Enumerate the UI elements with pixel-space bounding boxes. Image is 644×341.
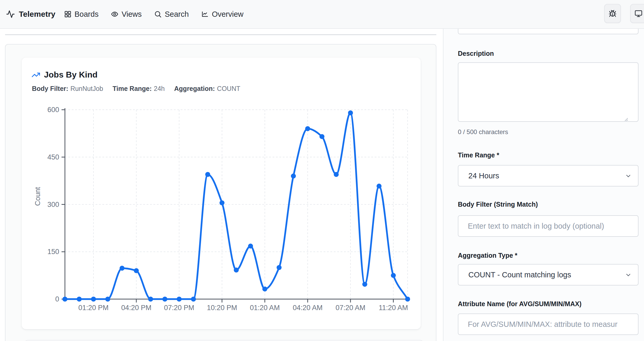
brand[interactable]: Telemetry bbox=[6, 10, 55, 19]
svg-text:0: 0 bbox=[55, 295, 59, 303]
chevron-down-icon bbox=[625, 173, 632, 179]
nav-item-label: Search bbox=[165, 10, 189, 19]
nav-item-search[interactable]: Search bbox=[154, 10, 189, 19]
aggregation-type-select[interactable]: COUNT - Count matching logs bbox=[458, 264, 639, 285]
display-button[interactable] bbox=[630, 4, 644, 23]
cutoff-field-top[interactable] bbox=[458, 29, 639, 34]
description-label: Description bbox=[458, 50, 494, 57]
top-navbar: Telemetry Boards Views Search bbox=[0, 0, 644, 29]
nav-item-label: Overview bbox=[212, 10, 243, 19]
time-range-select[interactable]: 24 Hours bbox=[458, 165, 639, 186]
bug-icon bbox=[609, 10, 617, 18]
nav-item-overview[interactable]: Overview bbox=[201, 10, 243, 19]
svg-text:11:20 AM: 11:20 AM bbox=[379, 304, 408, 312]
chart-card: Jobs By Kind Body Filter:RunNutJob Time … bbox=[22, 58, 421, 329]
attribute-name-input[interactable] bbox=[458, 314, 639, 335]
nav-item-label: Views bbox=[121, 10, 142, 19]
svg-text:450: 450 bbox=[47, 153, 59, 161]
time-range-label: Time Range * bbox=[458, 151, 499, 159]
search-icon bbox=[154, 10, 162, 18]
activity-icon bbox=[6, 10, 15, 19]
svg-text:300: 300 bbox=[47, 201, 59, 208]
svg-text:04:20 AM: 04:20 AM bbox=[293, 304, 323, 312]
dashboard-panel: Jobs By Kind Body Filter:RunNutJob Time … bbox=[5, 44, 436, 341]
aggregation-type-label: Aggregation Type * bbox=[458, 252, 517, 259]
svg-text:07:20 PM: 07:20 PM bbox=[164, 304, 195, 312]
nav-items: Boards Views Search Overview bbox=[64, 10, 243, 19]
nav-actions bbox=[604, 4, 644, 23]
chart-line-icon bbox=[201, 10, 209, 18]
brand-label: Telemetry bbox=[19, 10, 55, 19]
svg-text:07:20 AM: 07:20 AM bbox=[336, 304, 365, 312]
svg-text:Count: Count bbox=[34, 187, 42, 206]
svg-text:600: 600 bbox=[47, 106, 59, 114]
svg-text:150: 150 bbox=[47, 248, 59, 256]
layout-grid-icon bbox=[64, 10, 72, 18]
debug-button[interactable] bbox=[604, 4, 621, 23]
config-sidebar: Description 0 / 500 characters Time Rang… bbox=[443, 29, 644, 341]
description-textarea[interactable] bbox=[458, 62, 639, 122]
svg-text:01:20 PM: 01:20 PM bbox=[78, 304, 109, 312]
jobs-by-kind-line-chart: 015030045060001:20 PM04:20 PM07:20 PM10:… bbox=[22, 58, 421, 329]
time-range-value: 24 Hours bbox=[468, 172, 499, 180]
attribute-name-label: Attribute Name (for AVG/SUM/MIN/MAX) bbox=[458, 300, 581, 308]
next-card-top-edge bbox=[25, 340, 423, 341]
char-counter: 0 / 500 characters bbox=[458, 128, 508, 136]
body-filter-input[interactable] bbox=[458, 215, 639, 237]
nav-item-boards[interactable]: Boards bbox=[64, 10, 99, 19]
nav-item-views[interactable]: Views bbox=[111, 10, 142, 19]
nav-item-label: Boards bbox=[75, 10, 99, 19]
svg-text:10:20 PM: 10:20 PM bbox=[207, 304, 237, 312]
body-filter-label: Body Filter (String Match) bbox=[458, 201, 538, 208]
resize-handle-icon[interactable] bbox=[624, 117, 628, 122]
chevron-down-icon bbox=[625, 272, 632, 278]
eye-icon bbox=[111, 10, 119, 18]
scrolled-content-divider bbox=[5, 34, 436, 35]
monitor-icon bbox=[635, 10, 642, 18]
aggregation-type-value: COUNT - Count matching logs bbox=[468, 271, 571, 279]
svg-text:01:20 AM: 01:20 AM bbox=[250, 304, 280, 312]
svg-text:04:20 PM: 04:20 PM bbox=[121, 304, 152, 312]
